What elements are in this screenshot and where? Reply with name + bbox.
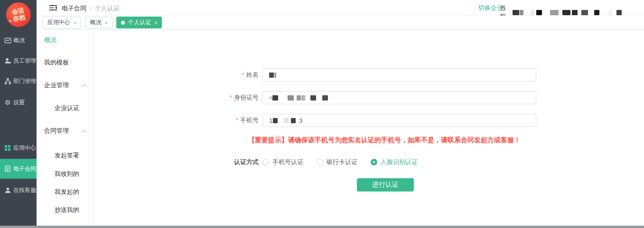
name-field-label: *姓名 xyxy=(94,68,259,82)
tab-bar: 应用中心 × 概况 × 个人认证 × xyxy=(37,16,644,30)
rail-item-label: 员工管理 xyxy=(13,57,36,65)
app-window: 会话 存档 概况 员工管理 部门管理 ⚙ 设置 xyxy=(0,0,644,228)
breadcrumb-separator: / xyxy=(90,5,92,12)
chart-icon xyxy=(4,36,11,44)
required-mark: * xyxy=(236,117,238,124)
contract-icon xyxy=(4,165,11,173)
collapse-menu-icon[interactable] xyxy=(49,4,57,13)
auth-method-options: 手机号认证 银行卡认证 人脸识别认证 xyxy=(262,155,431,169)
rail-item-e-contract[interactable]: 电子合同 xyxy=(0,159,37,179)
redacted-block xyxy=(550,10,559,15)
phone-field-label: *手机号 xyxy=(94,114,259,127)
tab-label: 概况 xyxy=(90,18,101,27)
rail-item-online-support[interactable]: 在线客服 xyxy=(0,181,37,200)
chevron-up-icon xyxy=(82,84,87,89)
redacted-block xyxy=(291,118,296,123)
sidebar-group-label: 合同管理 xyxy=(44,127,69,134)
redacted-block xyxy=(520,10,524,15)
tab-overview[interactable]: 概况 × xyxy=(85,17,112,28)
chevron-up-icon xyxy=(82,129,87,135)
redacted-block xyxy=(310,95,316,100)
radio-circle-icon xyxy=(371,159,377,165)
horizontal-scrollbar[interactable] xyxy=(0,226,644,228)
radio-label: 手机号认证 xyxy=(272,158,303,166)
radio-label: 人脸识别认证 xyxy=(381,158,418,166)
redacted-block xyxy=(301,95,305,100)
sidebar-group-contract-mgmt[interactable]: 合同管理 xyxy=(37,126,93,136)
sidebar-item-cc-to-me[interactable]: 抄送我的 xyxy=(37,205,93,215)
redacted-block xyxy=(572,10,578,15)
sidebar-group-label: 企业管理 xyxy=(44,82,69,89)
rail-item-label: 概况 xyxy=(13,36,25,45)
close-icon[interactable]: × xyxy=(74,20,76,26)
redacted-block xyxy=(322,95,328,100)
support-icon xyxy=(4,186,11,194)
breadcrumb-current: 个人认证 xyxy=(95,5,120,12)
active-tab-dot-icon xyxy=(121,21,125,25)
redacted-block xyxy=(562,10,570,15)
redacted-block xyxy=(513,10,519,15)
required-mark: * xyxy=(230,94,232,101)
personal-auth-form: *姓名 *身份证号 4 *手机号 1 3 【重要提示】请确保该 xyxy=(94,30,644,226)
top-bar: 电子合同/个人认证 切换企业 当前 xyxy=(37,0,644,16)
radio-phone-auth[interactable]: 手机号认证 xyxy=(262,158,303,166)
phone-first-digit: 1 xyxy=(269,117,272,124)
redacted-block xyxy=(274,73,276,78)
rail-item-overview[interactable]: 概况 xyxy=(0,31,37,50)
redacted-block xyxy=(297,95,301,100)
sidebar-item-initiated[interactable]: 我发起的 xyxy=(37,187,93,197)
phone-last-digit: 3 xyxy=(299,117,302,124)
redacted-block xyxy=(616,10,622,15)
redacted-block xyxy=(269,73,274,78)
id-field-label: *身份证号 xyxy=(94,91,259,104)
redacted-block xyxy=(273,118,278,123)
rail-item-departments[interactable]: 部门管理 xyxy=(0,72,37,91)
required-mark: * xyxy=(242,72,244,78)
breadcrumb: 电子合同/个人认证 xyxy=(62,4,120,13)
sidebar-item-my-templates[interactable]: 我的模板 xyxy=(37,58,93,67)
id-number-input[interactable]: 4 xyxy=(262,91,536,104)
redacted-block xyxy=(536,10,542,15)
rail-item-employees[interactable]: 员工管理 xyxy=(0,51,37,70)
rail-item-app-center[interactable]: 应用中心 xyxy=(0,138,37,157)
redacted-block xyxy=(594,10,599,15)
app-grid-icon xyxy=(4,144,11,152)
primary-sidebar: 会话 存档 概况 员工管理 部门管理 ⚙ 设置 xyxy=(0,0,37,228)
radio-label: 银行卡认证 xyxy=(327,158,357,166)
tab-personal-auth[interactable]: 个人认证 × xyxy=(116,17,162,28)
logo-dot xyxy=(9,20,12,22)
rail-item-label: 部门管理 xyxy=(13,77,36,85)
important-notice: 【重要提示】请确保该手机号为您实名认证的手机号，如果不是，请联系合同发起方或客服… xyxy=(147,136,622,145)
phone-input[interactable]: 1 3 xyxy=(262,114,536,127)
radio-face-auth[interactable]: 人脸识别认证 xyxy=(371,158,418,166)
start-auth-button[interactable]: 进行认证 xyxy=(357,178,414,192)
gear-icon: ⚙ xyxy=(4,99,11,106)
redacted-block xyxy=(272,95,278,100)
redacted-block xyxy=(284,118,289,123)
name-input[interactable] xyxy=(262,68,536,82)
id-first-char: 4 xyxy=(269,95,272,100)
radio-bankcard-auth[interactable]: 银行卡认证 xyxy=(317,158,357,166)
sidebar-item-overview[interactable]: 概况 xyxy=(37,36,93,45)
sidebar-item-received[interactable]: 我收到的 xyxy=(37,169,93,179)
app-logo[interactable]: 会话 存档 xyxy=(4,0,33,29)
sidebar-item-enterprise-auth[interactable]: 企业认证 xyxy=(37,103,93,113)
secondary-sidebar: 概况 我的模板 企业管理 企业认证 合同管理 发起签署 我收到的 我发起的 抄送… xyxy=(37,30,94,226)
redacted-block xyxy=(288,95,294,100)
redacted-block xyxy=(581,10,588,15)
tab-label: 应用中心 xyxy=(47,18,70,27)
breadcrumb-root[interactable]: 电子合同 xyxy=(62,5,86,12)
employee-icon xyxy=(4,57,11,64)
tab-label: 个人认证 xyxy=(128,18,151,27)
rail-item-label: 设置 xyxy=(13,99,25,107)
sidebar-item-initiate-signing[interactable]: 发起签署 xyxy=(37,151,93,160)
close-icon[interactable]: × xyxy=(104,20,107,26)
logo-line2: 存档 xyxy=(12,14,26,23)
rail-item-settings[interactable]: ⚙ 设置 xyxy=(0,93,37,112)
org-icon xyxy=(4,77,11,85)
tab-app-center[interactable]: 应用中心 × xyxy=(43,17,81,28)
rail-item-label: 应用中心 xyxy=(13,144,36,152)
close-icon[interactable]: × xyxy=(154,20,157,26)
sidebar-group-enterprise-mgmt[interactable]: 企业管理 xyxy=(37,81,93,90)
auth-method-label: 认证方式 xyxy=(94,155,259,169)
